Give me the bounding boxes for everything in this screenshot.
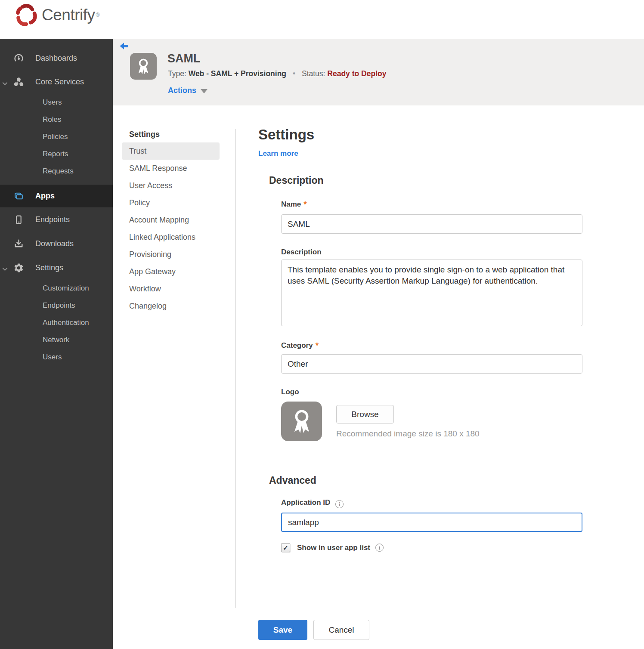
sidebar-item-settings[interactable]: Settings: [0, 256, 113, 280]
cancel-button[interactable]: Cancel: [313, 620, 369, 640]
page-title: Settings: [258, 127, 314, 143]
description-section-heading: Description: [269, 175, 324, 186]
gear-icon: [13, 262, 24, 273]
sidebar-item-core-services[interactable]: Core Services: [0, 70, 113, 94]
sidebar-subitem-label: Customization: [43, 284, 89, 293]
sidebar-subitem-label: Users: [43, 98, 62, 107]
sidebar-subitem-label: Requests: [43, 167, 74, 176]
advanced-section-heading: Advanced: [269, 475, 316, 486]
logo-size-hint: Recommended image size is 180 x 180: [336, 429, 480, 439]
subnav-item-label: Account Mapping: [129, 216, 189, 224]
show-in-app-list-row: ✓ Show in user app list i: [281, 543, 384, 552]
subnav-item-label: User Access: [129, 181, 172, 190]
actions-dropdown[interactable]: Actions: [168, 86, 207, 95]
sidebar-item-users[interactable]: Users: [0, 94, 113, 111]
sidebar-item-apps[interactable]: Apps: [0, 185, 113, 207]
subnav-item-saml-response[interactable]: SAML Response: [122, 160, 220, 177]
category-label: Category*: [281, 341, 319, 350]
brand-name: Centrify: [42, 6, 95, 24]
application-id-label-text: Application ID: [281, 498, 330, 507]
sidebar-item-customization[interactable]: Customization: [0, 280, 113, 297]
subnav-item-label: Linked Applications: [129, 233, 195, 241]
app-title: SAML: [167, 52, 201, 65]
subnav-item-label: Policy: [129, 198, 150, 207]
centrify-logo: Centrify®: [14, 3, 99, 27]
subnav-item-app-gateway[interactable]: App Gateway: [122, 263, 220, 280]
sidebar-item-dashboards[interactable]: Dashboards: [0, 46, 113, 70]
meta-dot: •: [293, 69, 295, 78]
sidebar-item-label: Endpoints: [35, 215, 70, 224]
download-icon: [13, 238, 24, 249]
apps-icon: [13, 191, 24, 202]
sidebar-item-reports[interactable]: Reports: [0, 145, 113, 163]
subnav-item-provisioning[interactable]: Provisioning: [122, 246, 220, 263]
sidebar-subitem-label: Endpoints: [43, 301, 75, 310]
subnav-item-policy[interactable]: Policy: [122, 194, 220, 211]
subnav-item-trust[interactable]: Trust: [122, 142, 220, 160]
sidebar-item-settings-users[interactable]: Users: [0, 349, 113, 366]
subnav-item-label: Trust: [129, 147, 146, 155]
brand-trademark: ®: [96, 12, 99, 18]
subnav-item-label: Changelog: [129, 302, 167, 310]
status-label: Status:: [302, 69, 325, 78]
sidebar-item-roles[interactable]: Roles: [0, 111, 113, 128]
chevron-down-icon[interactable]: [2, 265, 8, 271]
logo-preview: [281, 402, 322, 441]
mobile-icon: [13, 214, 24, 225]
sidebar-subitem-label: Reports: [43, 150, 68, 158]
name-label: Name*: [281, 200, 307, 209]
sidebar-item-endpoints[interactable]: Endpoints: [0, 207, 113, 232]
sidebar-item-requests[interactable]: Requests: [0, 163, 113, 180]
sidebar-subitem-label: Authentication: [43, 318, 89, 327]
sidebar-subitem-label: Users: [43, 353, 62, 362]
app-meta-row: Type: Web - SAML + Provisioning • Status…: [168, 69, 386, 78]
show-in-app-list-checkbox[interactable]: ✓: [281, 543, 290, 552]
subnav-item-workflow[interactable]: Workflow: [122, 280, 220, 297]
sidebar-item-authentication[interactable]: Authentication: [0, 314, 113, 331]
logo-label: Logo: [281, 388, 299, 396]
centrify-admin-portal: Centrify® Dashboards Core Services Users…: [0, 0, 644, 649]
sidebar-item-label: Downloads: [35, 239, 74, 248]
info-icon[interactable]: i: [335, 500, 344, 508]
sidebar: Dashboards Core Services Users Roles Pol…: [0, 39, 113, 649]
sidebar-item-policies[interactable]: Policies: [0, 128, 113, 145]
centrify-swirl-icon: [14, 3, 38, 27]
sidebar-item-label: Apps: [35, 192, 55, 201]
subnav-item-changelog[interactable]: Changelog: [122, 297, 220, 315]
description-textarea[interactable]: This template enables you to provide sin…: [281, 260, 582, 326]
sidebar-subitem-label: Network: [43, 336, 69, 344]
app-logo-thumbnail: [130, 53, 157, 80]
subnav-header: Settings: [122, 126, 225, 142]
content-area: Settings Trust SAML Response User Access…: [113, 105, 644, 649]
subnav-item-label: App Gateway: [129, 267, 176, 276]
application-id-input[interactable]: [281, 513, 582, 532]
sidebar-subitem-label: Policies: [43, 133, 68, 141]
application-id-label: Application IDi: [281, 498, 344, 508]
learn-more-link[interactable]: Learn more: [258, 149, 298, 158]
back-arrow-icon[interactable]: [119, 42, 130, 50]
sidebar-item-settings-endpoints[interactable]: Endpoints: [0, 297, 113, 314]
subnav-item-user-access[interactable]: User Access: [122, 177, 220, 194]
chevron-down-icon[interactable]: [2, 80, 8, 85]
top-bar: Centrify®: [0, 0, 644, 39]
subnav-item-label: Workflow: [129, 284, 161, 293]
sidebar-item-label: Settings: [35, 263, 63, 272]
subnav-item-linked-applications[interactable]: Linked Applications: [122, 229, 220, 246]
category-input[interactable]: [281, 354, 582, 374]
sidebar-item-downloads[interactable]: Downloads: [0, 232, 113, 256]
app-header: SAML Type: Web - SAML + Provisioning • S…: [113, 39, 644, 105]
subnav-item-account-mapping[interactable]: Account Mapping: [122, 211, 220, 229]
info-icon[interactable]: i: [375, 544, 384, 552]
actions-label: Actions: [168, 86, 196, 95]
browse-button[interactable]: Browse: [336, 405, 394, 423]
gauge-icon: [13, 53, 24, 64]
save-button[interactable]: Save: [258, 620, 307, 640]
subnav-item-label: Provisioning: [129, 250, 171, 259]
name-label-text: Name: [281, 200, 301, 208]
core-services-icon: [13, 77, 24, 88]
required-asterisk: *: [316, 341, 319, 350]
name-input[interactable]: [281, 214, 582, 234]
sidebar-item-label: Core Services: [35, 77, 84, 87]
sidebar-item-network[interactable]: Network: [0, 331, 113, 349]
ribbon-icon: [288, 407, 316, 436]
